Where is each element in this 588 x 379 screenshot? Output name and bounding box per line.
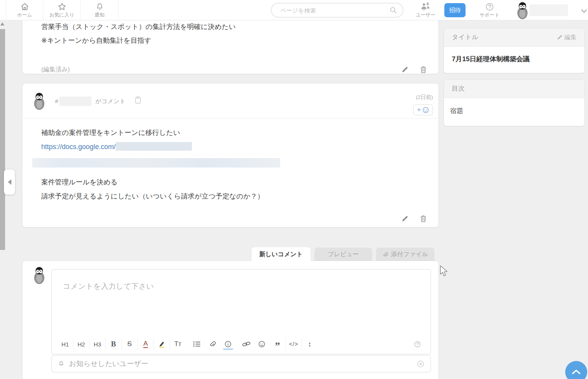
nav-support-label: サポート xyxy=(480,12,500,18)
comment-text-line: 営業手当（ストック・スポット）の集計方法を明確に決めたい xyxy=(41,22,236,31)
nav-users[interactable]: ユーザー xyxy=(413,0,438,20)
tab-attachments[interactable]: 添付ファイル xyxy=(376,248,435,261)
avatar xyxy=(33,266,46,286)
code-block-button[interactable]: </> xyxy=(286,337,301,351)
paperclip-icon xyxy=(382,251,388,258)
tab-new-comment[interactable]: 新しいコメント xyxy=(252,247,310,261)
notify-users-input[interactable] xyxy=(68,359,417,368)
edit-label: 編集 xyxy=(564,33,577,42)
scrollbar-thumb[interactable] xyxy=(0,29,5,250)
smiley-icon xyxy=(422,107,429,113)
clear-circle-icon[interactable] xyxy=(417,360,424,368)
bell-icon xyxy=(95,2,104,11)
editor-toolbar: H1 H2 H3 B S A Tт xyxy=(52,334,431,354)
nav-favorites[interactable]: お気に入り xyxy=(43,0,81,20)
tab-attachments-label: 添付ファイル xyxy=(391,250,428,259)
edit-comment-button[interactable] xyxy=(400,215,409,223)
bullet-list-button[interactable] xyxy=(189,337,205,351)
insert-link-button[interactable] xyxy=(238,337,254,351)
tab-preview-label: プレビュー xyxy=(328,250,359,259)
nav-home-label: ホーム xyxy=(17,12,32,18)
home-icon xyxy=(20,2,29,11)
chevron-up-icon xyxy=(572,369,581,375)
strikethrough-button[interactable]: S xyxy=(122,337,137,351)
delete-comment-button[interactable] xyxy=(419,214,427,223)
bold-button[interactable]: B xyxy=(106,337,121,351)
list-icon xyxy=(193,341,201,347)
blockquote-button[interactable]: ” xyxy=(270,337,285,351)
edit-title-button[interactable]: 編集 xyxy=(557,33,577,42)
nav-notifications[interactable]: 通知 xyxy=(81,0,119,20)
expand-editor-button[interactable]: ↕ xyxy=(302,337,318,351)
comment-action-label: がコメント xyxy=(95,98,126,105)
link-icon xyxy=(242,341,250,347)
redacted-link-text xyxy=(116,142,192,151)
search-input[interactable] xyxy=(279,7,389,14)
add-reaction-button[interactable]: + xyxy=(413,104,433,115)
highlighter-icon xyxy=(158,341,166,348)
comment-text-line: 補助金の案件管理をキントーンに移行したい xyxy=(41,128,180,137)
redacted-text-line xyxy=(32,158,280,168)
search-icon[interactable] xyxy=(389,6,397,14)
edit-comment-button[interactable] xyxy=(400,66,409,74)
question-circle-icon xyxy=(485,2,494,11)
pencil-icon xyxy=(557,35,562,40)
nav-favorites-label: お気に入り xyxy=(49,12,74,18)
mouse-cursor xyxy=(440,265,450,279)
card-divider xyxy=(22,118,438,118)
smiley-icon xyxy=(258,341,265,348)
google-docs-link[interactable]: https://docs.google.com/ xyxy=(41,143,116,151)
invite-button[interactable]: 招待 xyxy=(444,3,466,17)
app-window: ホーム お気に入り 通知 ユーザー 招待 xyxy=(0,0,588,379)
paperclip-icon xyxy=(209,341,216,348)
emoji-button[interactable] xyxy=(254,337,270,351)
toc-card: 目次 宿題 xyxy=(444,80,584,126)
comment-text-line: 請求予定が見えるようにしたい（いついくら請求が立つ予定なのか？） xyxy=(41,191,264,201)
comment-input[interactable] xyxy=(52,270,431,335)
heading2-button[interactable]: H2 xyxy=(73,337,89,351)
author-prefix: # xyxy=(55,98,58,104)
nav-support[interactable]: サポート xyxy=(476,0,503,20)
highlighter-button[interactable] xyxy=(154,337,170,351)
scrollbar-up-arrow[interactable] xyxy=(0,22,4,26)
nav-home[interactable]: ホーム xyxy=(6,0,43,20)
notify-users-field xyxy=(51,355,431,372)
comment-text-line: ※キントーンから自動集計を目指す xyxy=(41,36,151,45)
nav-notifications-label: 通知 xyxy=(95,12,104,18)
redacted-user-name xyxy=(530,4,568,16)
plus-label: + xyxy=(417,106,421,113)
page-title: 7月15日経理体制構築会議 xyxy=(444,47,584,71)
edited-label: (編集済み) xyxy=(41,66,70,74)
text-color-button[interactable]: A xyxy=(138,337,153,351)
chevron-left-icon xyxy=(8,179,11,185)
copy-link-clipboard-icon[interactable] xyxy=(133,96,142,104)
tab-new-comment-label: 新しいコメント xyxy=(259,250,303,259)
font-size-button[interactable]: Tт xyxy=(170,337,186,351)
comment-composer: H1 H2 H3 B S A Tт xyxy=(22,261,438,379)
comment-text-line: 案件管理ルールを決める xyxy=(41,177,118,187)
avatar[interactable] xyxy=(516,2,529,21)
scroll-to-top-button[interactable] xyxy=(565,361,587,379)
heading1-button[interactable]: H1 xyxy=(57,337,73,351)
redacted-author-name xyxy=(59,97,91,106)
delete-comment-button[interactable] xyxy=(419,65,427,74)
question-circle-icon xyxy=(414,341,421,348)
users-icon xyxy=(420,2,431,11)
chevron-down-icon[interactable] xyxy=(581,8,587,15)
top-bar: ホーム お気に入り 通知 ユーザー 招待 xyxy=(0,0,588,20)
editor-help-button[interactable] xyxy=(409,337,425,351)
title-card-label: タイトル xyxy=(452,33,478,42)
toc-item[interactable]: 宿題 xyxy=(444,98,584,124)
comment-editor: H1 H2 H3 B S A Tт xyxy=(51,269,431,354)
tab-preview[interactable]: プレビュー xyxy=(314,248,372,261)
attach-file-button[interactable] xyxy=(205,337,220,351)
title-card-header: タイトル 編集 xyxy=(444,28,584,47)
info-block-button[interactable] xyxy=(220,337,236,351)
comment-card: # がコメント (2日前) + 補助金の案件管理をキントーンに移行したい htt… xyxy=(22,84,438,227)
comment-timestamp: (2日前) xyxy=(416,94,433,101)
star-icon xyxy=(57,2,67,11)
sidebar-collapse-handle[interactable] xyxy=(4,169,15,195)
title-card: タイトル 編集 7月15日経理体制構築会議 xyxy=(444,28,584,73)
heading3-button[interactable]: H3 xyxy=(89,337,105,351)
info-icon xyxy=(225,341,232,348)
